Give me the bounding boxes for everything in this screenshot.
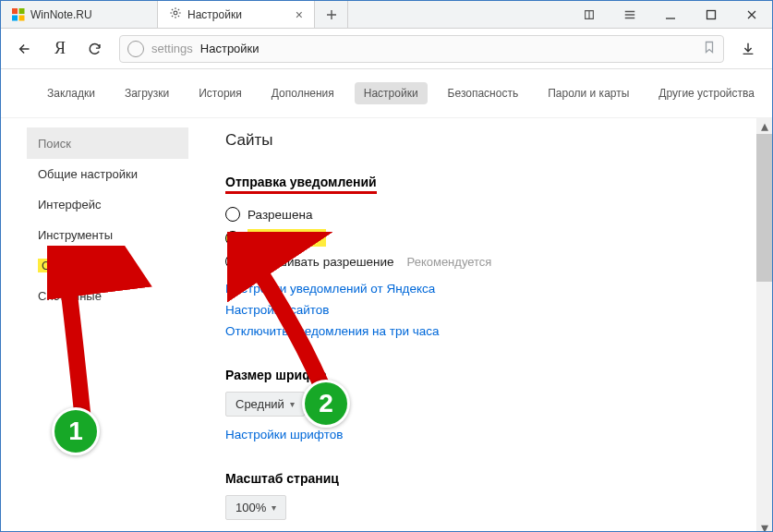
radio-option[interactable]: Спрашивать разрешениеРекомендуется [225, 250, 772, 272]
settings-nav-item[interactable]: Загрузки [115, 82, 178, 104]
site-identity-icon [127, 41, 144, 57]
browser-toolbar: Я settings Настройки [1, 29, 772, 69]
title-bar: WinNote.RU Настройки × [1, 1, 772, 29]
zoom-value: 100% [236, 501, 266, 514]
omnibox-text: Настройки [200, 42, 260, 55]
radio-label: Запрещена [248, 229, 326, 247]
sidebar-item-label: Интерфейс [38, 198, 101, 212]
browser-tab[interactable]: WinNote.RU [1, 1, 158, 28]
sidebar-item-label: Инструменты [38, 228, 113, 242]
svg-rect-5 [707, 10, 716, 18]
section-title-notifications: Отправка уведомлений [225, 175, 377, 194]
zoom-select[interactable]: 100% ▾ [225, 495, 286, 520]
svg-rect-1 [19, 8, 25, 14]
notifications-section: Отправка уведомлений РазрешенаЗапрещенаС… [225, 174, 772, 342]
section-title-font: Размер шрифта [225, 368, 772, 382]
settings-nav-item[interactable]: Дополнения [262, 82, 344, 104]
radio-icon [225, 231, 240, 246]
chevron-down-icon: ▾ [290, 399, 295, 409]
settings-nav-item[interactable]: История [189, 82, 251, 104]
settings-nav-item[interactable]: Пароли и карты [538, 82, 638, 104]
font-size-value: Средний [236, 397, 284, 411]
vertical-scrollbar[interactable]: ▴ ▾ [756, 118, 772, 532]
settings-main: Сайты Отправка уведомлений РазрешенаЗапр… [188, 118, 772, 532]
section-title-zoom: Масштаб страниц [225, 471, 772, 486]
settings-nav-item[interactable]: Настройки [355, 82, 428, 104]
sidebar-item[interactable]: Интерфейс [27, 189, 188, 220]
back-button[interactable] [14, 38, 36, 60]
settings-layout: Общие настройкиИнтерфейсИнструментыСайты… [1, 118, 772, 532]
annotation-badge-1: 1 [52, 407, 100, 455]
radio-option[interactable]: Запрещена [225, 225, 772, 250]
annotation-badge-2: 2 [302, 380, 350, 428]
svg-rect-3 [19, 15, 25, 20]
sidebar-item[interactable]: Общие настройки [27, 159, 188, 189]
address-bar[interactable]: settings Настройки [119, 35, 724, 63]
radio-icon [225, 207, 240, 222]
sidebar-item-label: Системные [38, 289, 102, 303]
reader-icon[interactable] [569, 1, 610, 28]
window-controls [569, 1, 772, 28]
link-yandex-notify-settings[interactable]: Настройки уведомлений от Яндекса [225, 278, 772, 299]
radio-label: Спрашивать разрешение [248, 255, 394, 269]
scroll-thumb[interactable] [756, 134, 772, 282]
menu-icon[interactable] [610, 1, 650, 28]
download-button[interactable] [737, 38, 759, 60]
svg-rect-2 [12, 15, 18, 20]
sidebar-item[interactable]: Системные [27, 281, 188, 311]
sidebar-item-label: Общие настройки [38, 167, 138, 181]
tab-close-icon[interactable]: × [296, 7, 303, 22]
link-mute-3h[interactable]: Отключить уведомления на три часа [225, 320, 772, 342]
gear-icon [169, 6, 182, 22]
zoom-section: Масштаб страниц 100% ▾ [225, 471, 772, 520]
svg-point-4 [174, 11, 177, 15]
radio-label: Разрешена [248, 208, 312, 222]
settings-nav-item[interactable]: Другие устройства [649, 82, 764, 104]
close-window-button[interactable] [731, 1, 772, 28]
settings-sidebar: Общие настройкиИнтерфейсИнструментыСайты… [27, 127, 188, 532]
radio-icon [225, 254, 240, 269]
page-title: Сайты [225, 131, 772, 150]
omnibox-prefix: settings [151, 42, 193, 55]
chevron-down-icon: ▾ [272, 502, 276, 513]
bookmark-icon[interactable] [703, 41, 716, 57]
tab-title: WinNote.RU [30, 8, 92, 21]
scroll-down-icon[interactable]: ▾ [756, 520, 772, 532]
maximize-button[interactable] [691, 1, 731, 28]
link-site-settings[interactable]: Настройки сайтов [225, 299, 772, 320]
sidebar-item[interactable]: Инструменты [27, 220, 188, 250]
new-tab-button[interactable] [315, 1, 348, 28]
favicon-windows-icon [12, 8, 25, 21]
settings-nav-item[interactable]: Безопасность [439, 82, 528, 104]
minimize-button[interactable] [650, 1, 691, 28]
yandex-logo-icon[interactable]: Я [49, 38, 71, 60]
browser-tab-active[interactable]: Настройки × [158, 1, 315, 28]
sidebar-item-label: Сайты [38, 259, 81, 272]
recommended-label: Рекомендуется [407, 255, 492, 269]
radio-option[interactable]: Разрешена [225, 203, 772, 225]
sidebar-item[interactable]: Сайты [27, 250, 188, 281]
tab-title: Настройки [187, 8, 242, 21]
link-font-settings[interactable]: Настройки шрифтов [225, 424, 772, 445]
sidebar-search-input[interactable] [27, 127, 188, 159]
reload-button[interactable] [84, 38, 106, 60]
svg-rect-0 [12, 8, 18, 14]
scroll-up-icon[interactable]: ▴ [756, 118, 772, 134]
scroll-track[interactable] [756, 134, 772, 520]
settings-top-nav: ЗакладкиЗагрузкиИсторияДополненияНастрой… [1, 69, 772, 118]
settings-nav-item[interactable]: Закладки [38, 82, 104, 104]
font-size-select[interactable]: Средний ▾ [225, 392, 305, 417]
